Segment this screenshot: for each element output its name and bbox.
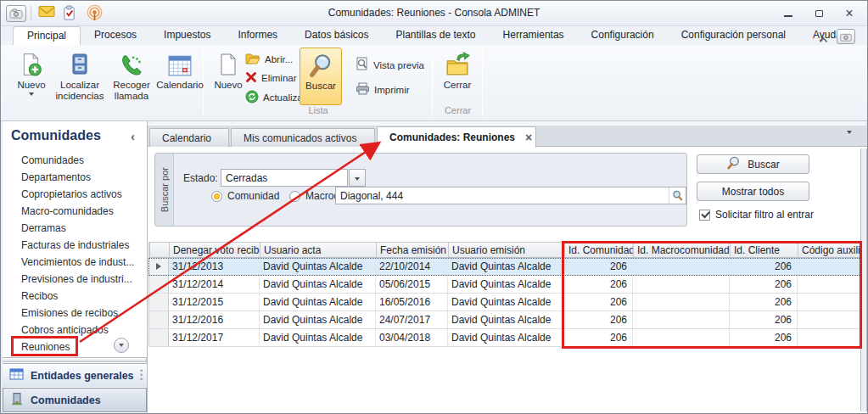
abrir-button[interactable]: Abrir... bbox=[242, 51, 296, 68]
sidebar-item-derramas[interactable]: Derramas bbox=[3, 220, 147, 237]
vertical-scrollbar[interactable] bbox=[860, 148, 867, 411]
cell-usuario-emisi-n[interactable]: David Quintas Alcalde bbox=[448, 258, 564, 275]
cell-id-comunidad[interactable]: 206 bbox=[564, 311, 633, 328]
cell-fecha-emisi-n[interactable]: 22/10/2014 bbox=[376, 258, 448, 275]
tab-close-icon[interactable]: × bbox=[525, 131, 532, 144]
ribbon-tab-informes[interactable]: Informes bbox=[224, 26, 291, 45]
column-header-id-comunidad[interactable]: Id. Comunidad bbox=[565, 243, 634, 257]
sidebar-item-comunidades-module[interactable]: Comunidades bbox=[3, 388, 147, 412]
column-header-id-cliente[interactable]: Id. Cliente bbox=[731, 243, 798, 257]
ribbon-tab-herramientas[interactable]: Herramientas bbox=[490, 26, 578, 45]
cell-c-digo-auxiliar[interactable] bbox=[798, 276, 862, 293]
cell-denegar-voto-recibos[interactable]: 31/12/2014 bbox=[169, 276, 260, 293]
table-row[interactable]: 31/12/2017David Quintas Alcalde03/04/201… bbox=[148, 329, 863, 347]
ribbon-tab-procesos[interactable]: Procesos bbox=[81, 26, 150, 45]
sidebar-splitter[interactable] bbox=[3, 357, 147, 362]
cell-usuario-emisi-n[interactable]: David Quintas Alcalde bbox=[448, 276, 564, 293]
sidebar-item-emisiones-de-recibos[interactable]: Emisiones de recibos bbox=[3, 305, 147, 322]
cell-id-macrocomunidad[interactable] bbox=[633, 276, 730, 293]
nuevo-dropdown-button[interactable]: Nuevo bbox=[9, 48, 53, 110]
mostrar-todos-button[interactable]: Mostrar todos bbox=[697, 182, 809, 201]
community-search-input[interactable] bbox=[336, 187, 669, 204]
cell-c-digo-auxiliar[interactable] bbox=[798, 258, 862, 275]
cell-usuario-acta[interactable]: David Quintas Alcalde bbox=[260, 329, 376, 346]
doc-tab-calendario[interactable]: Calendario bbox=[149, 128, 229, 147]
sidebar-item-macro-comunidades[interactable]: Macro-comunidades bbox=[3, 203, 147, 220]
buscar-ribbon-button[interactable]: Buscar bbox=[300, 48, 342, 105]
row-indicator-cell[interactable] bbox=[148, 276, 169, 293]
sidebar-item-vencimientos-de-indust[interactable]: Vencimientos de indust... bbox=[3, 254, 147, 271]
cell-usuario-acta[interactable]: David Quintas Alcalde bbox=[260, 258, 376, 275]
cell-id-macrocomunidad[interactable] bbox=[633, 311, 730, 328]
column-header-c-digo-auxiliar[interactable]: Código auxiliar bbox=[798, 243, 863, 257]
cell-fecha-emisi-n[interactable]: 05/06/2015 bbox=[376, 276, 448, 293]
ribbon-tab-datos-b-sicos[interactable]: Datos básicos bbox=[291, 26, 382, 45]
cell-usuario-emisi-n[interactable]: David Quintas Alcalde bbox=[448, 329, 564, 346]
ribbon-tab-plantillas-de-texto[interactable]: Plantillas de texto bbox=[382, 26, 489, 45]
restore-button[interactable] bbox=[808, 6, 830, 20]
cell-c-digo-auxiliar[interactable] bbox=[798, 329, 862, 346]
buscar-button[interactable]: Buscar bbox=[697, 154, 809, 174]
cell-denegar-voto-recibos[interactable]: 31/12/2017 bbox=[169, 329, 260, 346]
cell-id-cliente[interactable]: 206 bbox=[730, 329, 798, 346]
cell-id-comunidad[interactable]: 206 bbox=[564, 294, 633, 310]
cell-id-macrocomunidad[interactable] bbox=[633, 329, 730, 346]
comunidad-radio[interactable]: Comunidad bbox=[211, 190, 279, 202]
cell-fecha-emisi-n[interactable]: 03/04/2018 bbox=[376, 329, 448, 346]
cell-usuario-acta[interactable]: David Quintas Alcalde bbox=[260, 276, 376, 293]
sidebar-item-comunidades[interactable]: Comunidades bbox=[3, 152, 147, 169]
column-header-fecha-emisi-n[interactable]: Fecha emisión bbox=[377, 243, 449, 257]
sidebar-item-recibos[interactable]: Recibos bbox=[3, 288, 147, 305]
cell-id-macrocomunidad[interactable] bbox=[633, 258, 730, 275]
close-button[interactable]: × bbox=[838, 6, 860, 20]
cell-usuario-acta[interactable]: David Quintas Alcalde bbox=[260, 311, 376, 328]
solicitar-filtro-checkbox-row[interactable]: Solicitar filtro al entrar bbox=[699, 209, 814, 221]
doc-tab-mis-comunicados-activos[interactable]: Mis comunicados activos bbox=[231, 128, 375, 147]
minimize-button[interactable] bbox=[777, 6, 799, 20]
recoger-llamada-button[interactable]: Recoger llamada bbox=[108, 48, 155, 110]
cell-id-cliente[interactable]: 206 bbox=[730, 258, 798, 275]
column-header-id-macrocomunidad[interactable]: Id. Macrocomunidad bbox=[634, 243, 731, 257]
cell-id-comunidad[interactable]: 206 bbox=[564, 276, 633, 293]
ribbon-tab-impuestos[interactable]: Impuestos bbox=[150, 26, 224, 45]
sidebar-item-entidades-generales[interactable]: Entidades generales bbox=[3, 363, 147, 387]
cell-c-digo-auxiliar[interactable] bbox=[798, 294, 862, 310]
sidebar-collapse-icon[interactable]: ‹ bbox=[131, 130, 135, 143]
ribbon-tab-principal[interactable]: Principal bbox=[13, 26, 81, 45]
calendario-button[interactable]: Calendario bbox=[155, 48, 204, 110]
cell-usuario-emisi-n[interactable]: David Quintas Alcalde bbox=[448, 294, 564, 310]
row-indicator-cell[interactable] bbox=[148, 311, 169, 328]
row-indicator-cell[interactable] bbox=[148, 294, 169, 310]
cell-denegar-voto-recibos[interactable]: 31/12/2013 bbox=[169, 258, 260, 275]
cell-id-comunidad[interactable]: 206 bbox=[564, 329, 633, 346]
buscar-por-side-tab[interactable]: Buscar por bbox=[155, 154, 174, 226]
quick-app-icon[interactable] bbox=[837, 29, 855, 44]
cell-id-cliente[interactable]: 206 bbox=[730, 276, 798, 293]
cell-denegar-voto-recibos[interactable]: 31/12/2016 bbox=[169, 311, 260, 328]
drag-grip-icon[interactable]: ••• bbox=[140, 369, 143, 383]
column-header-denegar-voto-recibos[interactable]: Denegar voto recibos bbox=[170, 243, 260, 257]
cell-denegar-voto-recibos[interactable]: 31/12/2015 bbox=[169, 294, 260, 310]
table-row[interactable]: 31/12/2015David Quintas Alcalde16/05/201… bbox=[148, 294, 863, 311]
nav-scroll-down-button[interactable] bbox=[114, 338, 129, 353]
estado-select[interactable]: Cerradas bbox=[221, 169, 348, 187]
cerrar-button[interactable]: Cerrar bbox=[437, 48, 478, 110]
imprimir-button[interactable]: Imprimir bbox=[352, 81, 413, 98]
checkbox-icon[interactable] bbox=[699, 210, 710, 221]
cell-c-digo-auxiliar[interactable] bbox=[798, 311, 862, 328]
row-indicator-cell[interactable] bbox=[148, 329, 169, 346]
cell-id-macrocomunidad[interactable] bbox=[633, 294, 730, 310]
sidebar-item-cobros-anticipados[interactable]: Cobros anticipados bbox=[3, 322, 147, 338]
column-header-usuario-acta[interactable]: Usuario acta bbox=[260, 243, 377, 257]
cell-fecha-emisi-n[interactable]: 24/07/2017 bbox=[376, 311, 448, 328]
ribbon-tab-configuraci-n-personal[interactable]: Configuración personal bbox=[668, 26, 799, 45]
ribbon-tab-configuraci-n[interactable]: Configuración bbox=[578, 26, 668, 45]
cell-fecha-emisi-n[interactable]: 16/05/2016 bbox=[376, 294, 448, 310]
sidebar-item-previsiones-de-industri[interactable]: Previsiones de industri... bbox=[3, 271, 147, 288]
estado-select-arrow-icon[interactable] bbox=[349, 169, 366, 187]
column-header-usuario-emisi-n[interactable]: Usuario emisión bbox=[449, 243, 565, 257]
table-row[interactable]: 31/12/2013David Quintas Alcalde22/10/201… bbox=[148, 258, 863, 276]
doc-tab-comunidades-reuniones[interactable]: Comunidades: Reuniones× bbox=[377, 126, 536, 148]
table-row[interactable]: 31/12/2014David Quintas Alcalde05/06/201… bbox=[148, 276, 863, 294]
eliminar-button[interactable]: Eliminar bbox=[242, 70, 300, 87]
